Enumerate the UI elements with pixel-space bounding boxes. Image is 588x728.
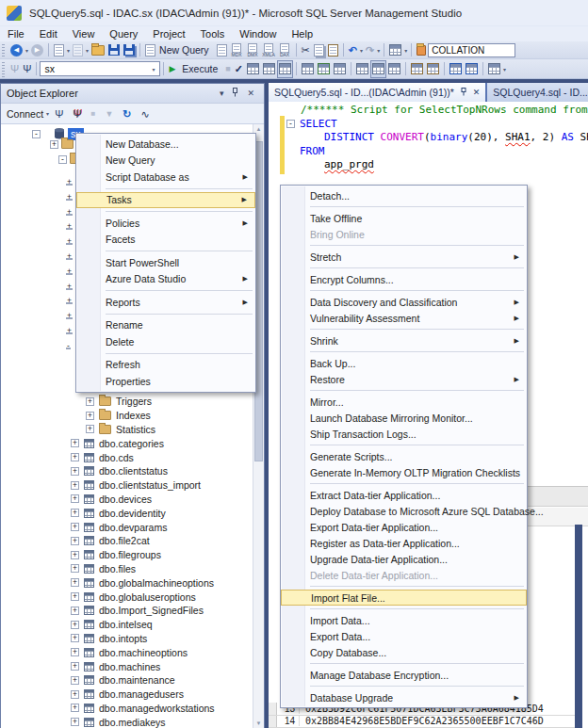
menubar-item[interactable]: File [0,28,32,40]
close-icon[interactable]: ✕ [243,89,258,98]
menu-item[interactable]: New Query ▶ [76,153,255,170]
expander-icon[interactable] [50,140,58,149]
tree-node-database-root[interactable]: sx [1,127,84,140]
activity-monitor-icon[interactable]: ∿ [141,105,150,123]
menu-item[interactable]: Upgrade Data-tier Application... ▶ [281,551,527,567]
expander-icon[interactable] [71,690,79,699]
tree-node-table[interactable]: dbo.machineoptions [1,645,253,659]
save-all-button[interactable] [122,42,137,58]
expander-icon[interactable] [71,676,79,685]
sqlcmd-mode-button[interactable] [486,61,502,77]
show-estimated-plan-button[interactable] [245,61,261,77]
expander-icon[interactable] [86,397,94,406]
connect-server-icon[interactable]: Ψ [55,105,63,123]
query-type-button[interactable]: DMX [245,43,261,57]
expander-icon[interactable] [71,537,79,545]
menu-item[interactable]: Ship Transaction Logs... ▶ [281,426,527,442]
query-type-button[interactable]: XMLA [261,43,277,57]
expander-icon[interactable] [86,425,94,433]
expander-icon[interactable] [71,704,79,712]
expander-icon[interactable]: + [66,317,73,319]
tree-node-table[interactable]: dbo.cds [1,450,253,464]
toolbar-overflow-button[interactable]: ▾ [502,66,507,73]
expander-icon[interactable] [71,564,79,573]
menu-item[interactable]: Import Data... ▶ [281,612,527,628]
menu-item[interactable]: Script Database as ▶ [76,169,255,186]
menu-item[interactable]: Properties ▶ [76,373,255,390]
tree-node-collapsed[interactable]: + [66,320,74,335]
results-to-grid-button[interactable] [370,60,386,78]
menu-item[interactable]: Deploy Database to Microsoft Azure SQL D… [281,503,527,519]
expander-icon[interactable] [32,130,41,138]
execute-button[interactable]: ▶ Execute [167,61,223,77]
tree-node-table[interactable]: dbo.globalmachineoptions [1,575,253,590]
tree-node-table[interactable]: dbo.machines [1,659,253,673]
tree-node-collapsed[interactable]: + [66,171,74,186]
copy-button[interactable] [312,42,326,58]
menu-item[interactable]: Rename ▶ [76,317,255,334]
expander-icon[interactable]: + [66,302,73,304]
menu-item[interactable]: Take Offline ▶ [281,210,527,226]
menu-item[interactable]: Manage Database Encryption... ▶ [281,667,527,683]
expander-icon[interactable]: + [66,258,73,260]
expander-icon[interactable] [71,718,79,726]
menu-item[interactable]: Start PowerShell ▶ [76,254,255,271]
expander-icon[interactable] [71,662,79,671]
expander-icon[interactable]: + [66,199,73,201]
menu-item[interactable]: New Database... ▶ [76,136,255,153]
tree-node-collapsed[interactable]: + [66,290,74,305]
include-client-statistics-button[interactable] [332,61,348,77]
save-button[interactable] [106,42,122,58]
cut-button[interactable]: ✂ [300,42,312,58]
menu-item[interactable]: Azure Data Studio ▶ [76,271,255,288]
tree-node-table[interactable]: dbo.categories [1,436,253,450]
include-actual-plan-button[interactable] [316,61,332,77]
expander-icon[interactable] [71,648,79,656]
connect-caret[interactable]: ▾ [45,110,50,117]
menu-item[interactable]: Generate Scripts... ▶ [281,448,527,464]
menu-item[interactable]: Tasks ▶ [76,192,255,209]
scroll-up-icon[interactable]: ▲ [253,126,264,132]
navigate-forward-button[interactable]: ▶ [29,42,45,58]
expander-icon[interactable] [86,412,94,420]
menubar-item[interactable]: Help [284,28,320,40]
menubar-item[interactable]: View [65,28,103,40]
stop-icon[interactable]: ■ [91,105,96,123]
expander-icon[interactable] [71,551,79,559]
expander-icon[interactable] [71,467,79,476]
menubar-item[interactable]: Window [232,28,284,40]
menu-item[interactable]: Import Flat File... ▶ [281,590,527,606]
menu-item[interactable]: Data Discovery and Classification ▶ [281,294,527,310]
menubar-item[interactable]: Project [145,28,192,40]
window-position-caret[interactable]: ▾ [216,89,228,98]
menu-item[interactable]: Back Up... ▶ [281,355,527,371]
expander-icon[interactable] [71,523,79,531]
query-type-button[interactable]: DAX [277,43,293,57]
menu-item[interactable]: Reports ▶ [76,294,255,311]
comment-selection-button[interactable] [409,61,425,77]
menu-item[interactable]: Export Data... ▶ [281,628,527,644]
intellisense-toggle-button[interactable] [277,60,293,78]
activity-monitor-button[interactable] [415,42,428,58]
cancel-query-button[interactable]: ■ [223,61,232,77]
tree-node-table[interactable]: dbo.filegroups [1,548,253,562]
menu-item[interactable]: Encrypt Columns... ▶ [281,271,527,287]
menu-item[interactable]: Detach... ▶ [281,187,527,203]
tab-sqlquery4[interactable]: SQLQuery4.sql - ID...(IDAC\ [487,83,588,102]
expander-icon[interactable]: - [66,348,71,349]
open-file-button[interactable] [90,42,106,58]
tree-node-table[interactable]: dbo.managedworkstations [1,702,253,716]
expander-icon[interactable] [58,155,67,164]
tree-node-folder[interactable]: Statistics [1,423,253,437]
tree-node-collapsed[interactable]: + [66,216,74,231]
menu-item[interactable]: Stretch ▶ [281,249,527,265]
expander-icon[interactable]: + [66,243,73,245]
expander-icon[interactable] [71,494,79,503]
new-project-button[interactable] [52,42,66,58]
tree-node-table[interactable]: dbo.devices [1,493,253,507]
decrease-indent-button[interactable] [448,61,464,77]
database-engine-query-button[interactable] [215,42,229,58]
menu-item[interactable]: Vulnerability Assessment ▶ [281,310,527,326]
connect-button[interactable]: Connect [7,108,43,120]
menubar-item[interactable]: Tools [193,28,233,40]
